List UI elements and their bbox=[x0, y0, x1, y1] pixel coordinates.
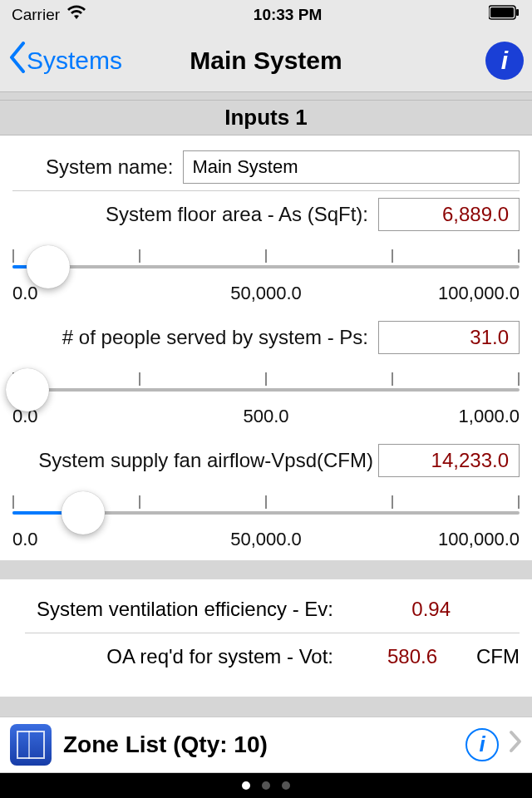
floor-area-input[interactable] bbox=[378, 198, 520, 231]
section-header-inputs: Inputs 1 bbox=[0, 100, 532, 135]
zone-list-row[interactable]: Zone List (Qty: 10) i bbox=[0, 717, 532, 773]
spacer bbox=[0, 92, 532, 100]
people-input[interactable] bbox=[378, 321, 520, 354]
people-label: # of people served by system - Ps: bbox=[12, 326, 378, 349]
info-icon: i bbox=[479, 732, 485, 757]
page-dot[interactable] bbox=[242, 781, 250, 790]
slider-thumb[interactable] bbox=[62, 491, 105, 534]
floor-area-label: System floor area - As (SqFt): bbox=[12, 203, 378, 226]
slider-thumb[interactable] bbox=[6, 368, 49, 411]
airflow-input[interactable] bbox=[378, 444, 520, 477]
airflow-slider[interactable] bbox=[12, 502, 520, 524]
slider-thumb[interactable] bbox=[27, 245, 70, 288]
ev-value: 0.94 bbox=[353, 598, 509, 621]
info-button[interactable]: i bbox=[485, 42, 524, 80]
status-bar: Carrier 10:33 PM bbox=[0, 0, 532, 30]
page-dot[interactable] bbox=[262, 781, 270, 790]
chevron-left-icon bbox=[8, 42, 27, 79]
spacer bbox=[0, 697, 532, 716]
back-label: Systems bbox=[27, 47, 122, 75]
system-name-input[interactable] bbox=[183, 150, 520, 184]
status-time: 10:33 PM bbox=[254, 6, 322, 24]
inputs-panel: System name: System floor area - As (SqF… bbox=[0, 135, 532, 560]
wifi-icon bbox=[66, 5, 86, 24]
outputs-panel: System ventilation efficiency - Ev: 0.94… bbox=[0, 579, 532, 697]
zone-info-button[interactable]: i bbox=[466, 728, 499, 761]
page-indicator[interactable] bbox=[0, 773, 532, 798]
svg-rect-1 bbox=[490, 7, 514, 17]
carrier-label: Carrier bbox=[12, 6, 60, 24]
ev-label: System ventilation efficiency - Ev: bbox=[25, 598, 353, 621]
nav-bar: Systems Main System i bbox=[0, 30, 532, 92]
page-dot[interactable] bbox=[282, 781, 290, 790]
svg-rect-2 bbox=[516, 9, 519, 16]
battery-icon bbox=[489, 5, 520, 24]
vot-value: 580.6 bbox=[353, 645, 471, 668]
chevron-right-icon bbox=[509, 730, 522, 759]
floor-area-slider[interactable] bbox=[12, 256, 520, 278]
airflow-label: System supply fan airflow-Vpsd(CFM) bbox=[12, 449, 378, 472]
vot-unit: CFM bbox=[476, 645, 520, 668]
zone-icon bbox=[10, 724, 52, 766]
people-scale: 0.0 500.0 1,000.0 bbox=[12, 406, 520, 427]
system-name-label: System name: bbox=[12, 155, 183, 179]
spacer bbox=[0, 560, 532, 579]
zone-list-label: Zone List (Qty: 10) bbox=[63, 732, 466, 758]
back-button[interactable]: Systems bbox=[8, 42, 122, 79]
info-icon: i bbox=[501, 47, 508, 75]
people-slider[interactable] bbox=[12, 379, 520, 401]
floor-area-scale: 0.0 50,000.0 100,000.0 bbox=[12, 283, 520, 304]
vot-label: OA req'd for system - Vot: bbox=[25, 645, 353, 668]
